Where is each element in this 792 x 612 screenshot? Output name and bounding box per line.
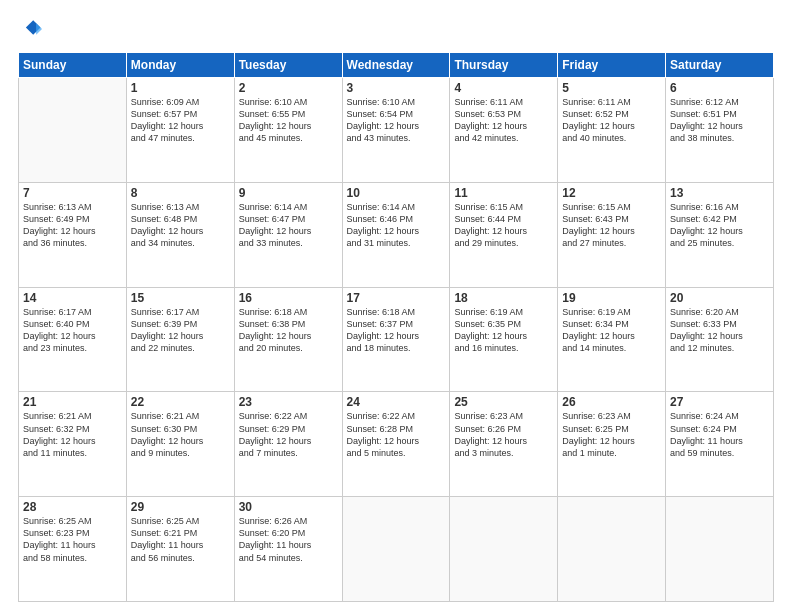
weekday-header-saturday: Saturday (666, 53, 774, 78)
day-info: Sunrise: 6:21 AM Sunset: 6:32 PM Dayligh… (23, 410, 122, 459)
day-number: 23 (239, 395, 338, 409)
day-info: Sunrise: 6:23 AM Sunset: 6:25 PM Dayligh… (562, 410, 661, 459)
day-info: Sunrise: 6:26 AM Sunset: 6:20 PM Dayligh… (239, 515, 338, 564)
calendar-cell: 2Sunrise: 6:10 AM Sunset: 6:55 PM Daylig… (234, 78, 342, 183)
calendar-cell: 14Sunrise: 6:17 AM Sunset: 6:40 PM Dayli… (19, 287, 127, 392)
day-number: 13 (670, 186, 769, 200)
calendar-cell: 23Sunrise: 6:22 AM Sunset: 6:29 PM Dayli… (234, 392, 342, 497)
day-number: 28 (23, 500, 122, 514)
logo (18, 18, 42, 44)
calendar-cell (450, 497, 558, 602)
calendar-cell: 12Sunrise: 6:15 AM Sunset: 6:43 PM Dayli… (558, 182, 666, 287)
day-info: Sunrise: 6:11 AM Sunset: 6:53 PM Dayligh… (454, 96, 553, 145)
weekday-header-monday: Monday (126, 53, 234, 78)
day-info: Sunrise: 6:12 AM Sunset: 6:51 PM Dayligh… (670, 96, 769, 145)
calendar-cell: 17Sunrise: 6:18 AM Sunset: 6:37 PM Dayli… (342, 287, 450, 392)
calendar-cell: 26Sunrise: 6:23 AM Sunset: 6:25 PM Dayli… (558, 392, 666, 497)
day-info: Sunrise: 6:11 AM Sunset: 6:52 PM Dayligh… (562, 96, 661, 145)
calendar-cell (558, 497, 666, 602)
calendar-cell (19, 78, 127, 183)
calendar-cell: 15Sunrise: 6:17 AM Sunset: 6:39 PM Dayli… (126, 287, 234, 392)
calendar-cell: 16Sunrise: 6:18 AM Sunset: 6:38 PM Dayli… (234, 287, 342, 392)
day-info: Sunrise: 6:15 AM Sunset: 6:43 PM Dayligh… (562, 201, 661, 250)
day-number: 19 (562, 291, 661, 305)
calendar-cell: 29Sunrise: 6:25 AM Sunset: 6:21 PM Dayli… (126, 497, 234, 602)
weekday-header-sunday: Sunday (19, 53, 127, 78)
calendar-cell: 10Sunrise: 6:14 AM Sunset: 6:46 PM Dayli… (342, 182, 450, 287)
day-number: 15 (131, 291, 230, 305)
calendar-cell: 19Sunrise: 6:19 AM Sunset: 6:34 PM Dayli… (558, 287, 666, 392)
svg-marker-1 (36, 23, 42, 35)
day-number: 25 (454, 395, 553, 409)
day-number: 3 (347, 81, 446, 95)
day-info: Sunrise: 6:13 AM Sunset: 6:48 PM Dayligh… (131, 201, 230, 250)
day-info: Sunrise: 6:10 AM Sunset: 6:54 PM Dayligh… (347, 96, 446, 145)
day-number: 1 (131, 81, 230, 95)
day-info: Sunrise: 6:24 AM Sunset: 6:24 PM Dayligh… (670, 410, 769, 459)
week-row-1: 1Sunrise: 6:09 AM Sunset: 6:57 PM Daylig… (19, 78, 774, 183)
day-info: Sunrise: 6:10 AM Sunset: 6:55 PM Dayligh… (239, 96, 338, 145)
day-number: 6 (670, 81, 769, 95)
calendar-cell: 9Sunrise: 6:14 AM Sunset: 6:47 PM Daylig… (234, 182, 342, 287)
day-number: 4 (454, 81, 553, 95)
day-info: Sunrise: 6:22 AM Sunset: 6:29 PM Dayligh… (239, 410, 338, 459)
day-info: Sunrise: 6:17 AM Sunset: 6:39 PM Dayligh… (131, 306, 230, 355)
day-info: Sunrise: 6:09 AM Sunset: 6:57 PM Dayligh… (131, 96, 230, 145)
weekday-header-wednesday: Wednesday (342, 53, 450, 78)
day-number: 29 (131, 500, 230, 514)
day-number: 2 (239, 81, 338, 95)
day-number: 10 (347, 186, 446, 200)
calendar-cell: 20Sunrise: 6:20 AM Sunset: 6:33 PM Dayli… (666, 287, 774, 392)
day-number: 20 (670, 291, 769, 305)
day-info: Sunrise: 6:18 AM Sunset: 6:38 PM Dayligh… (239, 306, 338, 355)
day-number: 17 (347, 291, 446, 305)
day-number: 18 (454, 291, 553, 305)
day-info: Sunrise: 6:25 AM Sunset: 6:21 PM Dayligh… (131, 515, 230, 564)
calendar-cell: 25Sunrise: 6:23 AM Sunset: 6:26 PM Dayli… (450, 392, 558, 497)
weekday-header-tuesday: Tuesday (234, 53, 342, 78)
calendar-cell: 13Sunrise: 6:16 AM Sunset: 6:42 PM Dayli… (666, 182, 774, 287)
day-number: 21 (23, 395, 122, 409)
day-info: Sunrise: 6:16 AM Sunset: 6:42 PM Dayligh… (670, 201, 769, 250)
weekday-header-row: SundayMondayTuesdayWednesdayThursdayFrid… (19, 53, 774, 78)
week-row-2: 7Sunrise: 6:13 AM Sunset: 6:49 PM Daylig… (19, 182, 774, 287)
weekday-header-friday: Friday (558, 53, 666, 78)
calendar-cell: 1Sunrise: 6:09 AM Sunset: 6:57 PM Daylig… (126, 78, 234, 183)
day-info: Sunrise: 6:14 AM Sunset: 6:46 PM Dayligh… (347, 201, 446, 250)
week-row-3: 14Sunrise: 6:17 AM Sunset: 6:40 PM Dayli… (19, 287, 774, 392)
day-number: 27 (670, 395, 769, 409)
logo-icon (20, 18, 42, 40)
week-row-4: 21Sunrise: 6:21 AM Sunset: 6:32 PM Dayli… (19, 392, 774, 497)
calendar-cell: 24Sunrise: 6:22 AM Sunset: 6:28 PM Dayli… (342, 392, 450, 497)
day-number: 30 (239, 500, 338, 514)
day-number: 11 (454, 186, 553, 200)
day-info: Sunrise: 6:19 AM Sunset: 6:35 PM Dayligh… (454, 306, 553, 355)
day-number: 14 (23, 291, 122, 305)
day-info: Sunrise: 6:13 AM Sunset: 6:49 PM Dayligh… (23, 201, 122, 250)
calendar-cell: 5Sunrise: 6:11 AM Sunset: 6:52 PM Daylig… (558, 78, 666, 183)
weekday-header-thursday: Thursday (450, 53, 558, 78)
day-number: 26 (562, 395, 661, 409)
calendar-cell: 6Sunrise: 6:12 AM Sunset: 6:51 PM Daylig… (666, 78, 774, 183)
calendar-cell: 7Sunrise: 6:13 AM Sunset: 6:49 PM Daylig… (19, 182, 127, 287)
calendar-cell: 8Sunrise: 6:13 AM Sunset: 6:48 PM Daylig… (126, 182, 234, 287)
calendar-cell (342, 497, 450, 602)
day-info: Sunrise: 6:23 AM Sunset: 6:26 PM Dayligh… (454, 410, 553, 459)
day-number: 7 (23, 186, 122, 200)
day-number: 24 (347, 395, 446, 409)
page: SundayMondayTuesdayWednesdayThursdayFrid… (0, 0, 792, 612)
day-info: Sunrise: 6:21 AM Sunset: 6:30 PM Dayligh… (131, 410, 230, 459)
day-number: 9 (239, 186, 338, 200)
calendar-cell: 30Sunrise: 6:26 AM Sunset: 6:20 PM Dayli… (234, 497, 342, 602)
day-number: 5 (562, 81, 661, 95)
calendar-cell: 27Sunrise: 6:24 AM Sunset: 6:24 PM Dayli… (666, 392, 774, 497)
day-number: 8 (131, 186, 230, 200)
day-number: 12 (562, 186, 661, 200)
day-info: Sunrise: 6:20 AM Sunset: 6:33 PM Dayligh… (670, 306, 769, 355)
calendar-cell (666, 497, 774, 602)
calendar-table: SundayMondayTuesdayWednesdayThursdayFrid… (18, 52, 774, 602)
day-info: Sunrise: 6:14 AM Sunset: 6:47 PM Dayligh… (239, 201, 338, 250)
day-info: Sunrise: 6:15 AM Sunset: 6:44 PM Dayligh… (454, 201, 553, 250)
day-info: Sunrise: 6:25 AM Sunset: 6:23 PM Dayligh… (23, 515, 122, 564)
day-info: Sunrise: 6:17 AM Sunset: 6:40 PM Dayligh… (23, 306, 122, 355)
